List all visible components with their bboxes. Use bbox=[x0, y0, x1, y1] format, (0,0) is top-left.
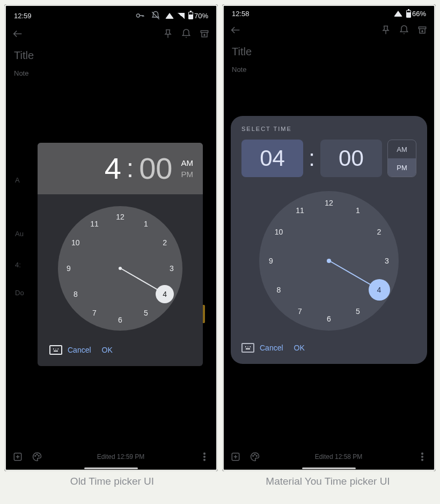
clock-number[interactable]: 12 bbox=[322, 196, 336, 210]
clock-number[interactable]: 11 bbox=[293, 203, 307, 217]
wifi-icon bbox=[394, 11, 402, 17]
picker-header: 04 : 00 AM PM bbox=[241, 140, 416, 177]
phone-material-you: 12:58 66% Title Note SELECT TIME bbox=[222, 4, 436, 471]
dnd-off-icon bbox=[150, 10, 162, 21]
picker-actions: Cancel OK bbox=[38, 335, 203, 366]
keyboard-icon[interactable] bbox=[241, 343, 254, 353]
note-placeholder[interactable]: Note bbox=[232, 65, 426, 74]
edited-timestamp: Edited 12:58 PM bbox=[315, 453, 363, 461]
pm-option[interactable]: PM bbox=[181, 169, 194, 180]
svg-point-0 bbox=[136, 14, 140, 17]
svg-point-3 bbox=[35, 456, 36, 457]
hour-value: 04 bbox=[260, 145, 285, 171]
clock-number[interactable]: 9 bbox=[62, 261, 76, 275]
clock-number[interactable]: 6 bbox=[113, 313, 127, 327]
time-colon: : bbox=[127, 156, 134, 181]
back-icon[interactable] bbox=[12, 28, 24, 40]
archive-icon[interactable] bbox=[199, 28, 210, 40]
clock-number[interactable]: 1 bbox=[351, 203, 365, 217]
ampm-toggle[interactable]: AM PM bbox=[387, 140, 416, 177]
back-icon[interactable] bbox=[230, 24, 241, 36]
cell-signal-icon bbox=[178, 13, 185, 19]
battery-indicator: 66% bbox=[406, 10, 426, 18]
keep-editor: Title Note bbox=[222, 39, 436, 80]
clock-number[interactable]: 8 bbox=[272, 283, 285, 297]
home-indicator[interactable] bbox=[302, 468, 356, 469]
clock-selected-hour[interactable]: 4 bbox=[369, 279, 390, 301]
svg-point-7 bbox=[204, 456, 206, 458]
cancel-button[interactable]: Cancel bbox=[62, 342, 97, 357]
more-icon[interactable] bbox=[416, 451, 428, 463]
ok-button[interactable]: OK bbox=[97, 342, 118, 357]
comparison-captions: Old Time picker UI Material You Time pic… bbox=[4, 476, 436, 487]
title-placeholder[interactable]: Title bbox=[232, 46, 426, 58]
svg-point-8 bbox=[204, 459, 206, 461]
palette-icon[interactable] bbox=[249, 451, 261, 463]
svg-rect-1 bbox=[201, 31, 208, 32]
clock-number[interactable]: 6 bbox=[322, 312, 336, 326]
caption-left: Old Time picker UI bbox=[4, 476, 220, 487]
minute-display[interactable]: 00 bbox=[139, 154, 172, 184]
status-time: 12:58 bbox=[232, 10, 250, 18]
add-box-icon[interactable] bbox=[12, 451, 24, 463]
clock-number[interactable]: 8 bbox=[69, 287, 83, 301]
am-option[interactable]: AM bbox=[181, 157, 194, 169]
clock-number[interactable]: 10 bbox=[69, 236, 83, 250]
title-placeholder[interactable]: Title bbox=[14, 49, 208, 62]
svg-point-15 bbox=[422, 456, 423, 458]
clock-number[interactable]: 2 bbox=[158, 236, 172, 250]
clock-number[interactable]: 9 bbox=[264, 254, 278, 268]
keep-footer: Edited 12:58 PM bbox=[222, 445, 436, 468]
bg-fragment: Do bbox=[15, 289, 24, 297]
svg-point-16 bbox=[422, 459, 423, 461]
clock-number[interactable]: 3 bbox=[165, 261, 179, 275]
bg-fragment: 4: bbox=[15, 261, 21, 269]
analog-clock-face[interactable]: 121234567891011 bbox=[259, 191, 399, 331]
status-bar: 12:58 66% bbox=[222, 4, 436, 21]
hour-chip[interactable]: 04 bbox=[241, 140, 303, 177]
clock-number[interactable]: 10 bbox=[272, 225, 285, 239]
time-picker-dialog-you: SELECT TIME 04 : 00 AM PM 12123456789101… bbox=[231, 116, 427, 364]
clock-number[interactable]: 5 bbox=[351, 304, 365, 318]
analog-clock-face[interactable]: 121234567891011 bbox=[58, 206, 182, 331]
reminder-icon[interactable] bbox=[398, 24, 410, 36]
clock-selected-hour[interactable]: 4 bbox=[156, 285, 174, 303]
add-box-icon[interactable] bbox=[230, 451, 241, 463]
am-option[interactable]: AM bbox=[388, 140, 416, 158]
clock-number[interactable]: 12 bbox=[113, 210, 127, 224]
reminder-icon[interactable] bbox=[180, 28, 192, 40]
battery-text: 70% bbox=[194, 12, 208, 20]
more-icon[interactable] bbox=[199, 451, 210, 463]
clock-number[interactable]: 3 bbox=[380, 254, 394, 268]
clock-number[interactable]: 7 bbox=[293, 304, 307, 318]
pin-icon[interactable] bbox=[162, 28, 174, 40]
clock-number[interactable]: 1 bbox=[139, 217, 153, 231]
pin-icon[interactable] bbox=[380, 24, 392, 36]
minute-chip[interactable]: 00 bbox=[320, 140, 382, 177]
clock-number[interactable]: 5 bbox=[139, 306, 153, 320]
battery-text: 66% bbox=[412, 10, 426, 18]
keyboard-icon[interactable] bbox=[49, 345, 62, 355]
svg-point-4 bbox=[36, 454, 38, 455]
svg-rect-9 bbox=[419, 27, 426, 28]
svg-point-5 bbox=[39, 456, 40, 457]
keep-editor: Title Note bbox=[4, 43, 218, 84]
clock-number[interactable]: 7 bbox=[87, 306, 101, 320]
picker-header: 4 : 00 AM PM bbox=[38, 143, 203, 194]
home-indicator[interactable] bbox=[84, 468, 138, 469]
archive-icon[interactable] bbox=[416, 24, 428, 36]
keep-toolbar bbox=[222, 21, 436, 39]
ok-button[interactable]: OK bbox=[289, 340, 310, 355]
palette-icon[interactable] bbox=[31, 451, 43, 463]
pm-option[interactable]: PM bbox=[388, 158, 416, 177]
hour-display[interactable]: 4 bbox=[105, 154, 121, 184]
cancel-button[interactable]: Cancel bbox=[254, 340, 289, 355]
time-colon: : bbox=[309, 140, 315, 177]
bg-fragment: A bbox=[15, 176, 20, 184]
clock-number[interactable]: 11 bbox=[87, 217, 101, 231]
clock-number[interactable]: 2 bbox=[372, 225, 386, 239]
ampm-toggle[interactable]: AM PM bbox=[181, 157, 194, 180]
picker-label: SELECT TIME bbox=[241, 126, 416, 132]
note-placeholder[interactable]: Note bbox=[14, 69, 208, 77]
svg-point-12 bbox=[254, 454, 255, 455]
